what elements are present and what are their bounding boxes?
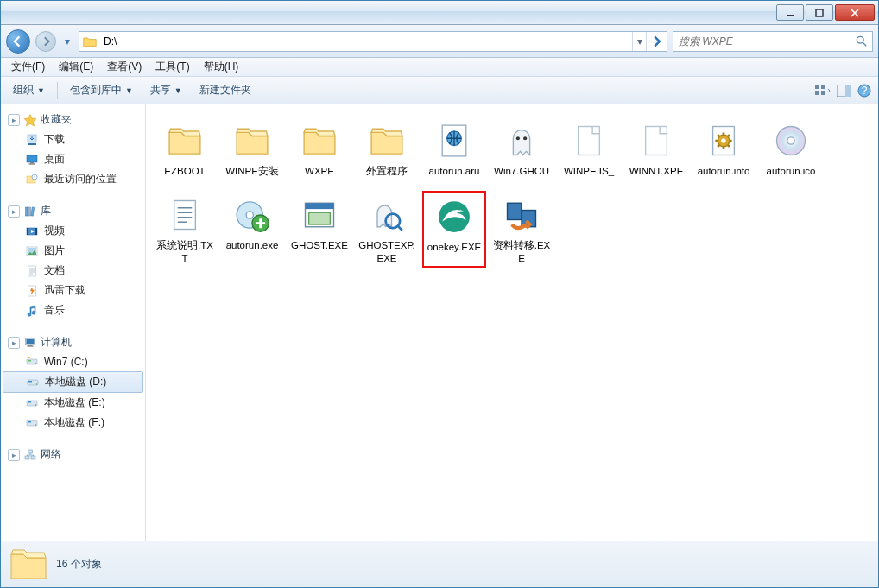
preview-icon (837, 85, 851, 97)
tree-item[interactable]: 迅雷下载 (1, 281, 145, 300)
expand-toggle-icon[interactable]: ▸ (8, 337, 20, 349)
search-input[interactable] (673, 35, 851, 47)
back-button[interactable] (6, 29, 30, 54)
new-folder-button[interactable]: 新建文件夹 (193, 79, 258, 101)
file-item[interactable]: 外置程序 (355, 117, 419, 180)
minimize-button[interactable] (776, 4, 804, 21)
file-item[interactable]: 系统说明.TXT (153, 191, 217, 268)
svg-rect-0 (787, 15, 794, 16)
globe-doc-icon (433, 120, 475, 161)
file-item[interactable]: GHOSTEXP.EXE (355, 191, 419, 268)
search-button[interactable] (851, 32, 872, 51)
thumbnails-icon (815, 85, 831, 97)
address-dropdown[interactable]: ▾ (632, 32, 646, 51)
xunlei-icon (25, 284, 39, 298)
folder-icon (164, 120, 206, 161)
file-item[interactable]: 资料转移.EXE (490, 191, 553, 268)
history-dropdown[interactable]: ▾ (61, 35, 73, 47)
tree-item[interactable]: 文档 (1, 261, 145, 281)
svg-rect-27 (28, 266, 36, 276)
folder-icon (231, 120, 273, 161)
tree-head-library[interactable]: ▸库 (1, 201, 145, 221)
file-item[interactable]: WINPE安装 (220, 117, 284, 180)
svg-rect-3 (815, 85, 819, 89)
svg-rect-1 (816, 9, 823, 16)
tree-item[interactable]: 视频 (1, 221, 145, 241)
svg-rect-65 (309, 213, 331, 225)
menu-edit[interactable]: 编辑(E) (52, 58, 100, 76)
svg-rect-43 (28, 421, 31, 423)
svg-rect-59 (174, 201, 196, 230)
tree-item[interactable]: 本地磁盘 (E:) (1, 393, 145, 413)
file-label: 系统说明.TXT (155, 239, 215, 264)
file-label: Win7.GHOU (494, 165, 549, 177)
tree-item[interactable]: 音乐 (1, 300, 145, 320)
file-item[interactable]: WINNT.XPE (624, 117, 688, 180)
tree-item[interactable]: 桌面 (1, 149, 145, 169)
tree-item[interactable]: 图片 (1, 241, 145, 261)
menu-file[interactable]: 文件(F) (4, 58, 52, 76)
music-icon (25, 304, 39, 318)
expand-toggle-icon[interactable]: ▸ (8, 449, 20, 461)
tree-item[interactable]: 最近访问的位置 (1, 169, 145, 189)
file-item[interactable]: autorun.aru (422, 117, 486, 180)
tree-item[interactable]: Win7 (C:) (1, 352, 145, 371)
svg-point-56 (721, 138, 726, 143)
maximize-button[interactable] (806, 4, 833, 21)
file-item[interactable]: autorun.info (692, 117, 756, 180)
address-bar[interactable]: D:\ ▾ (79, 31, 667, 52)
file-item[interactable]: EZBOOT (153, 117, 217, 180)
tree-item[interactable]: 下载 (1, 130, 145, 149)
toolbar: 组织 ▼ 包含到库中 ▼ 共享 ▼ 新建文件夹 ? (1, 77, 878, 104)
onekey-icon (433, 196, 475, 237)
file-item[interactable]: autorun.ico (759, 117, 823, 180)
view-mode-button[interactable] (814, 82, 832, 99)
menu-bar: 文件(F) 编辑(E) 查看(V) 工具(T) 帮助(H) (1, 58, 878, 77)
blank-icon (636, 120, 677, 161)
window-controls (775, 4, 875, 21)
tree-head-network[interactable]: ▸网络 (1, 445, 145, 465)
file-label: WINNT.XPE (629, 165, 684, 177)
tree-head-star[interactable]: ▸收藏夹 (1, 110, 145, 130)
menu-view[interactable]: 查看(V) (100, 58, 149, 76)
file-item[interactable]: WINPE.IS_ (557, 117, 621, 180)
svg-rect-46 (31, 456, 35, 459)
file-item[interactable]: onekey.EXE (422, 191, 486, 268)
menu-help[interactable]: 帮助(H) (197, 58, 246, 76)
file-item[interactable]: Win7.GHOU (490, 117, 553, 180)
svg-rect-32 (28, 345, 34, 346)
doc-icon (25, 264, 39, 278)
tree-item[interactable]: 本地磁盘 (F:) (1, 413, 145, 433)
close-button[interactable] (835, 4, 875, 21)
menu-tools[interactable]: 工具(T) (149, 58, 196, 76)
help-button[interactable]: ? (856, 82, 873, 99)
organize-button[interactable]: 组织 ▼ (6, 79, 52, 101)
preview-pane-button[interactable] (835, 82, 852, 99)
file-list-pane[interactable]: EZBOOTWINPE安装WXPE外置程序autorun.aruWin7.GHO… (146, 104, 878, 541)
svg-rect-23 (35, 228, 37, 235)
items-grid: EZBOOTWINPE安装WXPE外置程序autorun.aruWin7.GHO… (151, 113, 873, 275)
file-label: EZBOOT (164, 165, 205, 177)
svg-rect-19 (28, 207, 31, 216)
include-library-button[interactable]: 包含到库中 ▼ (63, 79, 140, 101)
tree-group: ▸网络 (1, 445, 145, 465)
expand-toggle-icon[interactable]: ▸ (8, 205, 20, 218)
tree-head-computer[interactable]: ▸计算机 (1, 332, 145, 352)
file-item[interactable]: WXPE (288, 117, 351, 180)
file-label: GHOSTEXP.EXE (357, 239, 417, 264)
file-item[interactable]: autorun.exe (220, 191, 284, 268)
tree-item-label: 迅雷下载 (44, 283, 85, 298)
svg-point-44 (35, 424, 37, 426)
svg-rect-47 (28, 450, 33, 453)
drive-icon (26, 376, 40, 389)
tree-item[interactable]: 本地磁盘 (D:) (3, 371, 143, 393)
drive-icon (25, 416, 39, 430)
share-button[interactable]: 共享 ▼ (143, 79, 189, 101)
status-count: 16 个对象 (56, 557, 102, 572)
file-item[interactable]: GHOST.EXE (288, 191, 351, 268)
picture-icon (25, 244, 39, 258)
go-button[interactable] (646, 32, 667, 51)
expand-toggle-icon[interactable]: ▸ (8, 114, 20, 126)
forward-button[interactable] (35, 31, 56, 52)
search-icon (856, 35, 868, 47)
